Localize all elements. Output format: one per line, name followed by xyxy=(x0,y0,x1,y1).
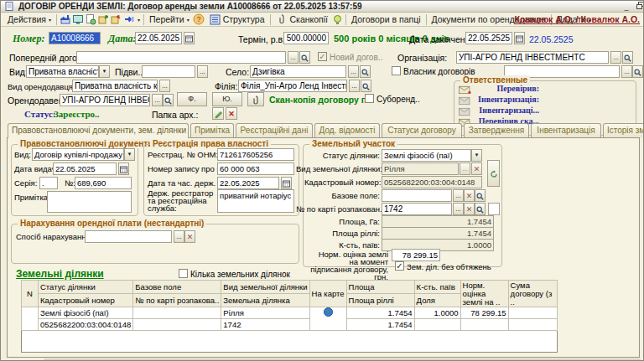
col-header-shares[interactable]: К-сть. паїв xyxy=(414,281,460,294)
post-document-icon[interactable] xyxy=(96,13,109,26)
number-field[interactable]: А10008666 xyxy=(49,32,101,44)
col-header-land-type[interactable]: Вид земельної ділянки xyxy=(221,281,309,294)
contracts-owner-search-button[interactable] xyxy=(632,65,643,78)
date-field[interactable]: 22.05.2025 xyxy=(135,32,182,44)
structure-button[interactable]: Структура xyxy=(205,13,268,27)
edit-pencil-button[interactable] xyxy=(212,107,224,120)
registrar-field[interactable]: приватний нотаріус Бец xyxy=(217,189,294,213)
contracts-owner-ellipsis-button[interactable]: ... xyxy=(621,65,632,78)
branch-field[interactable]: Філія_Упі-Агро Ленд Інвестментс xyxy=(238,80,347,92)
row-area-cell[interactable]: 1.7454 xyxy=(346,307,414,319)
table-row[interactable]: 0525682200:03:004:0148 1742 1.7454 xyxy=(22,319,558,331)
row-share-cell[interactable] xyxy=(414,319,460,331)
row-land-type-cell[interactable]: Рілля xyxy=(221,307,309,319)
ownership-record-field[interactable]: 60 000 063 xyxy=(217,162,294,175)
previous-contract-field[interactable] xyxy=(76,51,286,64)
village-field[interactable]: Дзигівка xyxy=(250,65,346,78)
tab-approval[interactable]: Затвердження xyxy=(464,123,529,137)
subkind-field[interactable] xyxy=(142,65,195,78)
lessor-field[interactable]: УПІ-АГРО ЛЕНД ІНВЕСТМЕН xyxy=(60,94,150,106)
col-header-contract-sum[interactable]: Сума договору (з .. xyxy=(508,281,557,307)
kind-dropdown-button[interactable]: ▼ xyxy=(99,65,110,78)
tab-contract-statuses[interactable]: Статуси договору xyxy=(382,123,462,137)
reg-date-calendar-button[interactable] xyxy=(281,177,292,189)
col-header-on-map[interactable]: На карте xyxy=(309,281,346,307)
map-number-field[interactable]: 1742 xyxy=(382,203,452,215)
row-map-cell[interactable] xyxy=(309,307,346,331)
send-button[interactable]: ▾ xyxy=(122,13,142,26)
end-date-link[interactable]: 22.05.2525 xyxy=(529,34,574,44)
row-cadastre-cell[interactable]: 0525682200:03:004:0148 xyxy=(39,319,133,331)
base-field-ellipsis-button[interactable]: ... xyxy=(453,189,464,202)
legal-letter-button[interactable]: Ю. xyxy=(212,92,242,106)
table-row[interactable]: 1 Землі фізосіб (паї) Рілля 1.7454 1.000… xyxy=(22,307,558,319)
organization-ellipsis-button[interactable]: ... xyxy=(610,51,621,64)
clear-x-button[interactable]: ✕ xyxy=(226,107,237,120)
organization-search-button[interactable] xyxy=(622,51,633,64)
kind-select[interactable]: Приватна власність комп xyxy=(26,65,99,78)
col-header-cadastre[interactable]: Кадастровый номер xyxy=(39,294,133,307)
lessor-kind-ellipsis-button[interactable]: ... xyxy=(159,80,170,92)
branch-search-button[interactable] xyxy=(361,80,371,92)
restore-button[interactable] xyxy=(635,2,644,11)
responsible-inventory2-label[interactable]: Інвентаризаці... xyxy=(475,106,539,115)
parcel-type-field[interactable]: Рілля xyxy=(382,162,459,175)
physical-letter-button[interactable]: Ф. xyxy=(177,92,207,106)
village-search-button[interactable] xyxy=(360,65,371,78)
row-parcel-cell[interactable]: 1742 xyxy=(221,319,309,331)
actions-menu-button[interactable]: Действия▾ xyxy=(4,13,55,25)
row-status-cell[interactable]: Землі фізосіб (паї) xyxy=(39,307,133,319)
scan-copy-link[interactable]: Скан-копія договору п.. xyxy=(269,95,371,105)
row-contract-sum-cell[interactable] xyxy=(508,307,557,319)
doc-kind-dropdown-button[interactable]: ▼ xyxy=(124,148,135,161)
unpost-document-icon[interactable] xyxy=(109,13,122,26)
tab-legal-documents[interactable]: Правовстановлюючі документи, зем. ділянк… xyxy=(8,123,189,138)
subkind-ellipsis-button[interactable]: ... xyxy=(197,65,208,78)
end-date-calendar-button[interactable] xyxy=(514,32,525,44)
minimize-button[interactable]: _ xyxy=(621,3,631,11)
contracts-in-folder-button[interactable]: Договори в папці xyxy=(348,13,423,25)
row-number-cell[interactable]: 1 xyxy=(22,307,39,331)
row-shares-cell[interactable]: 1.0000 xyxy=(414,307,460,319)
monitor-icon[interactable] xyxy=(71,13,84,26)
lessor-ellipsis-button[interactable]: ... xyxy=(152,94,163,106)
parcels-table[interactable]: N Статус ділянки Базове поле Вид земельн… xyxy=(21,280,558,353)
organization-field[interactable]: УПІ-АГРО ЛЕНД ІНВЕСТМЕНТС xyxy=(456,51,609,64)
copy-document-icon[interactable] xyxy=(84,13,96,26)
row-empty-cell[interactable] xyxy=(508,319,557,331)
tab-additional-info[interactable]: Дод. відомості xyxy=(314,123,380,137)
issue-date-field[interactable]: 22.05.2025 xyxy=(53,162,117,175)
tab-inventory[interactable]: Інвентаризація xyxy=(531,123,601,137)
parcel-type-clear-button[interactable]: ✕ xyxy=(471,162,482,175)
accrual-method-field[interactable] xyxy=(85,230,172,243)
responsible-checked-label[interactable]: Перевірив: xyxy=(475,84,539,93)
row-norm-value-cell[interactable]: 78 299.15 xyxy=(460,307,508,319)
accrual-method-ellipsis-button[interactable]: ... xyxy=(174,230,184,243)
parcel-status-select[interactable]: Землі фізосіб (паї) xyxy=(382,149,471,162)
map-number-ellipsis-button[interactable]: ... xyxy=(453,203,464,215)
attachment-button[interactable] xyxy=(247,92,264,106)
multiple-parcels-checkbox[interactable] xyxy=(179,269,188,278)
row-map-number-cell[interactable] xyxy=(133,319,221,331)
refresh-button[interactable] xyxy=(487,160,500,187)
base-field-field[interactable] xyxy=(382,189,452,202)
doc-number-field[interactable]: 689,690 xyxy=(75,177,132,189)
current-user-link[interactable]: Ковалюк А.О. / Ковалюк А.О. xyxy=(515,14,641,24)
doc-kind-select[interactable]: Договір купівлі-продажу xyxy=(32,148,124,161)
branch-ellipsis-button[interactable]: ... xyxy=(349,80,360,92)
map-number-clear-button[interactable]: ✕ xyxy=(464,203,475,215)
new-contract-checkbox[interactable]: ✓ xyxy=(318,52,327,61)
end-date-field[interactable]: 22.05.2525 xyxy=(465,32,512,44)
sublease-checkbox[interactable] xyxy=(365,94,374,103)
col-header-parcel[interactable]: Земельна ділянка xyxy=(221,294,309,307)
onm-number-field[interactable]: 712617605256 xyxy=(217,148,294,161)
issue-date-calendar-button[interactable] xyxy=(118,162,129,175)
col-header-status[interactable]: Статус ділянки xyxy=(39,281,133,294)
row-arable-area-cell[interactable]: 1.7454 xyxy=(346,319,414,331)
date-calendar-button[interactable] xyxy=(184,32,195,44)
lessor-search-button[interactable] xyxy=(163,94,174,106)
lessor-kind-field[interactable]: Приватна власність компа xyxy=(72,80,158,92)
base-field-search-button[interactable] xyxy=(475,189,486,202)
map-number-search-button[interactable] xyxy=(475,203,486,215)
help-icon[interactable]: ? xyxy=(193,13,205,26)
